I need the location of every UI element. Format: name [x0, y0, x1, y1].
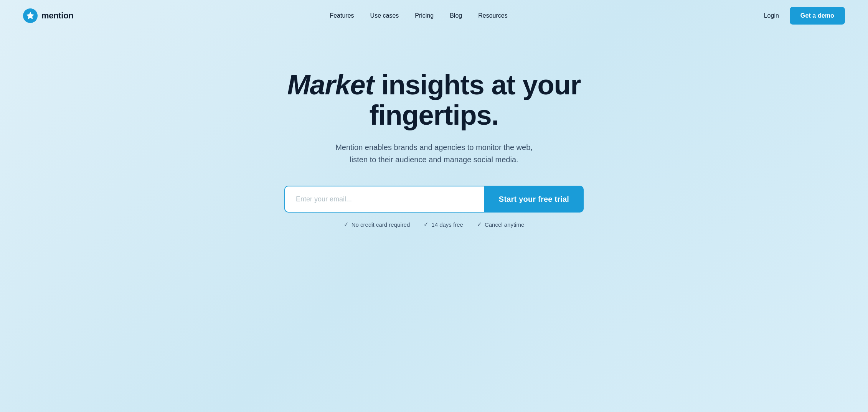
- trust-label-2: 14 days free: [431, 221, 463, 228]
- check-icon-3: ✓: [477, 221, 482, 228]
- logo-icon: [23, 8, 38, 23]
- hero-title: Market insights at your fingertips.: [261, 70, 607, 130]
- nav-item-pricing[interactable]: Pricing: [415, 12, 434, 19]
- nav-right: Login Get a demo: [764, 7, 845, 25]
- hero-subtitle: Mention enables brands and agencies to m…: [327, 141, 541, 166]
- trust-item-1: ✓ No credit card required: [344, 221, 410, 228]
- get-demo-button[interactable]: Get a demo: [790, 7, 845, 25]
- hero-title-rest: insights at your fingertips.: [369, 69, 581, 130]
- trust-label-3: Cancel anytime: [485, 221, 524, 228]
- nav-links: Features Use cases Pricing Blog Resource…: [330, 12, 507, 19]
- email-input[interactable]: [284, 186, 484, 213]
- hero-section: Market insights at your fingertips. Ment…: [0, 31, 868, 259]
- start-trial-button[interactable]: Start your free trial: [484, 186, 584, 213]
- trust-badges: ✓ No credit card required ✓ 14 days free…: [344, 221, 525, 228]
- email-form: Start your free trial: [284, 186, 584, 213]
- check-icon-2: ✓: [424, 221, 429, 228]
- nav-item-features[interactable]: Features: [330, 12, 354, 19]
- svg-marker-0: [27, 12, 34, 19]
- brand-name: mention: [41, 11, 73, 21]
- trust-item-3: ✓ Cancel anytime: [477, 221, 524, 228]
- logo-link[interactable]: mention: [23, 8, 73, 23]
- trust-item-2: ✓ 14 days free: [424, 221, 463, 228]
- nav-item-use-cases[interactable]: Use cases: [370, 12, 399, 19]
- trust-label-1: No credit card required: [351, 221, 410, 228]
- hero-title-italic: Market: [287, 69, 374, 100]
- login-link[interactable]: Login: [764, 12, 779, 19]
- check-icon-1: ✓: [344, 221, 349, 228]
- nav-item-resources[interactable]: Resources: [478, 12, 507, 19]
- nav-item-blog[interactable]: Blog: [450, 12, 462, 19]
- navbar: mention Features Use cases Pricing Blog …: [0, 0, 868, 31]
